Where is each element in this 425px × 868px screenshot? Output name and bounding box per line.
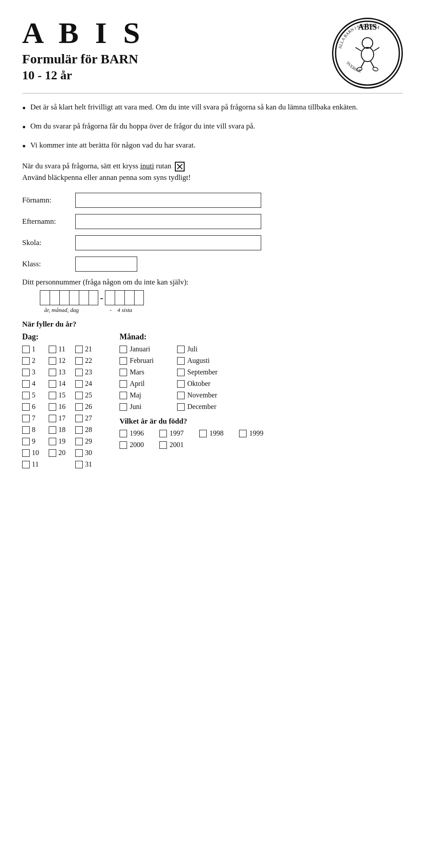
- pnr-cell-9[interactable]: [124, 290, 134, 305]
- year-checkbox[interactable]: [239, 430, 247, 437]
- pnr-cell-7[interactable]: [105, 290, 115, 305]
- pnr-cell-6[interactable]: [89, 290, 98, 305]
- skola-input[interactable]: [75, 235, 261, 250]
- dag-checkbox[interactable]: [75, 403, 83, 411]
- pnr-cell-4[interactable]: [69, 290, 79, 305]
- manad-item: April: [120, 380, 177, 388]
- dag-checkbox[interactable]: [49, 426, 56, 434]
- pnr-cell-2[interactable]: [50, 290, 59, 305]
- klass-row: Klass:: [22, 257, 403, 272]
- dag-checkbox[interactable]: [22, 380, 30, 388]
- dag-item: 6: [22, 403, 49, 411]
- dag-checkbox[interactable]: [22, 392, 30, 399]
- dag-checkbox[interactable]: [22, 369, 30, 376]
- manad-checkbox[interactable]: [120, 346, 127, 353]
- year-checkbox[interactable]: [120, 430, 127, 437]
- dag-checkbox[interactable]: [49, 380, 56, 388]
- dag-checkbox[interactable]: [49, 415, 56, 422]
- dag-checkbox[interactable]: [75, 438, 83, 445]
- dag-item: 21: [75, 345, 102, 353]
- dag-label: 2: [32, 357, 35, 365]
- dag-checkbox[interactable]: [75, 415, 83, 422]
- manad-checkbox[interactable]: [120, 380, 127, 388]
- year-label: 1997: [170, 429, 184, 437]
- year-checkbox[interactable]: [159, 430, 167, 437]
- manad-grid: JanuariJuliFebruariAugustiMarsSeptemberA…: [120, 345, 403, 411]
- dag-checkbox[interactable]: [75, 357, 83, 365]
- dag-checkbox[interactable]: [22, 403, 30, 411]
- manad-checkbox[interactable]: [177, 392, 185, 399]
- year-item: 1998: [199, 429, 239, 437]
- fornamn-input[interactable]: [75, 193, 261, 208]
- dag-checkbox[interactable]: [22, 449, 30, 457]
- klass-input[interactable]: [75, 257, 137, 272]
- dag-checkbox[interactable]: [49, 449, 56, 457]
- dag-checkbox[interactable]: [75, 380, 83, 388]
- year-item: 1999: [239, 429, 279, 437]
- manad-label: Oktober: [187, 380, 210, 388]
- dag-label: 14: [58, 380, 66, 388]
- manad-checkbox[interactable]: [120, 392, 127, 399]
- dag-checkbox[interactable]: [22, 426, 30, 434]
- dag-label: 17: [58, 414, 66, 422]
- year-checkbox[interactable]: [199, 430, 207, 437]
- pnr-cell-3[interactable]: [59, 290, 69, 305]
- dag-item: 23: [75, 368, 102, 376]
- dag-checkbox[interactable]: [22, 346, 30, 353]
- dag-checkbox[interactable]: [75, 449, 83, 457]
- manad-checkbox[interactable]: [177, 369, 185, 376]
- dag-item: 18: [49, 426, 75, 434]
- dag-label: 30: [85, 449, 92, 457]
- dag-checkbox[interactable]: [49, 357, 56, 365]
- efternamn-row: Efternamn:: [22, 214, 403, 229]
- form-fields-section: Förnamn: Efternamn: Skola: Klass:: [22, 193, 403, 272]
- intro-bullet-1: • Det är så klart helt frivilligt att va…: [22, 101, 403, 116]
- dag-checkbox[interactable]: [49, 403, 56, 411]
- manad-checkbox[interactable]: [177, 346, 185, 353]
- dag-item: 25: [75, 391, 102, 399]
- dag-label: 16: [58, 403, 66, 411]
- dag-item: 3: [22, 368, 49, 376]
- dag-label: 3: [32, 368, 35, 376]
- dag-label: 12: [58, 357, 66, 365]
- dag-checkbox[interactable]: [49, 392, 56, 399]
- svg-point-11: [372, 66, 379, 72]
- dag-checkbox[interactable]: [49, 346, 56, 353]
- manad-checkbox[interactable]: [120, 357, 127, 365]
- pnr-cell-10[interactable]: [134, 290, 144, 305]
- intro-bullet-3: • Vi kommer inte att berätta för någon v…: [22, 140, 403, 154]
- dag-item: 19: [49, 437, 75, 445]
- dag-checkbox[interactable]: [22, 461, 30, 468]
- dag-checkbox[interactable]: [22, 415, 30, 422]
- dag-checkbox[interactable]: [75, 346, 83, 353]
- dag-checkbox[interactable]: [49, 369, 56, 376]
- manad-checkbox[interactable]: [177, 380, 185, 388]
- efternamn-input[interactable]: [75, 214, 261, 229]
- pnr-cell-1[interactable]: [40, 290, 50, 305]
- skola-label: Skola:: [22, 238, 75, 247]
- dag-item: 8: [22, 426, 49, 434]
- dag-checkbox[interactable]: [75, 392, 83, 399]
- year-checkbox[interactable]: [159, 441, 167, 449]
- pnr-cell-8[interactable]: [115, 290, 124, 305]
- dag-checkbox[interactable]: [75, 461, 83, 468]
- manad-checkbox[interactable]: [120, 369, 127, 376]
- manad-checkbox[interactable]: [177, 357, 185, 365]
- dag-label: 26: [85, 403, 92, 411]
- svg-point-4: [362, 38, 373, 48]
- year-label: 2000: [130, 441, 144, 449]
- pnr-cell-5[interactable]: [79, 290, 89, 305]
- personnummer-label: Ditt personnummer (fråga någon om du int…: [22, 278, 403, 287]
- year-checkbox[interactable]: [120, 441, 127, 449]
- dag-checkbox[interactable]: [75, 426, 83, 434]
- dag-checkbox[interactable]: [49, 438, 56, 445]
- manad-checkbox[interactable]: [120, 403, 127, 411]
- manad-item: December: [177, 403, 235, 411]
- dag-column: Dag: 11121212223132341424515256162671727…: [22, 332, 120, 468]
- manad-checkbox[interactable]: [177, 403, 185, 411]
- dag-item: 10: [22, 449, 49, 457]
- dag-item: 20: [49, 449, 75, 457]
- dag-checkbox[interactable]: [22, 357, 30, 365]
- dag-checkbox[interactable]: [75, 369, 83, 376]
- dag-checkbox[interactable]: [22, 438, 30, 445]
